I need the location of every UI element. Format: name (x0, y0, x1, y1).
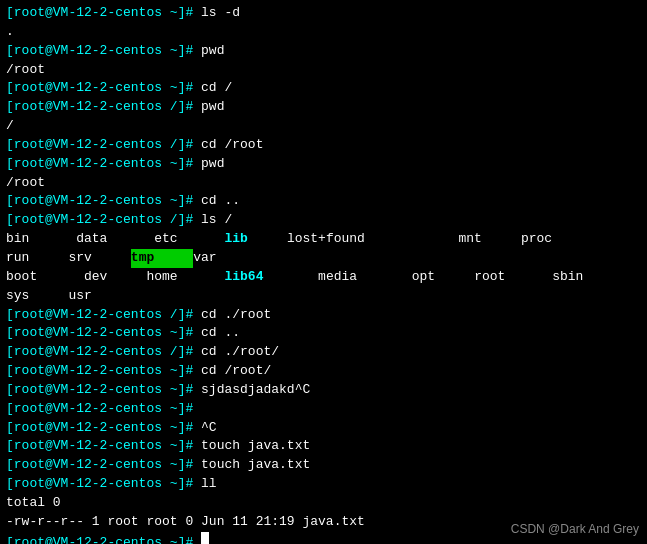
ls-item: sys (6, 287, 68, 306)
watermark: CSDN @Dark And Grey (511, 522, 639, 536)
command: cd /root (201, 136, 263, 155)
terminal-window: [root@VM-12-2-centos ~]# ls -d.[root@VM-… (0, 0, 647, 544)
terminal-line: [root@VM-12-2-centos ~]# pwd (6, 42, 641, 61)
ls-item: boot (6, 268, 84, 287)
command: ^C (201, 419, 217, 438)
terminal-line: [root@VM-12-2-centos /]# pwd (6, 98, 641, 117)
ls-item: mnt (459, 230, 521, 249)
ls-item: run (6, 249, 68, 268)
command: cd / (201, 79, 232, 98)
terminal-line: . (6, 23, 641, 42)
prompt: [root@VM-12-2-centos ~]# (6, 42, 201, 61)
file-listing: -rw-r--r-- 1 root root 0 Jun 11 21:19 ja… (6, 513, 365, 532)
ls-item: var (193, 249, 232, 268)
prompt: [root@VM-12-2-centos ~]# (6, 381, 201, 400)
terminal-line: [root@VM-12-2-centos ~]# sjdasdjadakd^C (6, 381, 641, 400)
cursor (201, 532, 209, 544)
output-text: /root (6, 174, 45, 193)
command: ls / (201, 211, 232, 230)
command: cd .. (201, 192, 240, 211)
prompt: [root@VM-12-2-centos ~]# (6, 155, 201, 174)
command: cd /root/ (201, 362, 271, 381)
ls-item: tmp (131, 249, 193, 268)
ls-item: proc (521, 230, 599, 249)
prompt: [root@VM-12-2-centos /]# (6, 211, 201, 230)
ls-item: lib64 (224, 268, 318, 287)
prompt: [root@VM-12-2-centos /]# (6, 136, 201, 155)
terminal-line: [root@VM-12-2-centos ~]# cd /root/ (6, 362, 641, 381)
output-text: / (6, 117, 14, 136)
prompt: [root@VM-12-2-centos ~]# (6, 400, 201, 419)
ls-item: dev (84, 268, 146, 287)
command: ls -d (201, 4, 240, 23)
command: pwd (201, 98, 224, 117)
terminal-line: bin data etc lib lost+found mnt proc run… (6, 230, 641, 268)
output-text: . (6, 23, 14, 42)
ls-item: opt (412, 268, 474, 287)
terminal-line: [root@VM-12-2-centos ~]# ll (6, 475, 641, 494)
output-text: /root (6, 61, 45, 80)
command: cd ./root (201, 306, 271, 325)
ls-item: home (146, 268, 224, 287)
terminal-line: [root@VM-12-2-centos ~]# cd .. (6, 324, 641, 343)
command: sjdasdjadakd^C (201, 381, 310, 400)
terminal-content: [root@VM-12-2-centos ~]# ls -d.[root@VM-… (6, 4, 641, 544)
ls-item: bin (6, 230, 76, 249)
terminal-line: [root@VM-12-2-centos ~]# ls -d (6, 4, 641, 23)
prompt: [root@VM-12-2-centos ~]# (6, 475, 201, 494)
ls-item: root (474, 268, 552, 287)
terminal-line: [root@VM-12-2-centos ~]# touch java.txt (6, 456, 641, 475)
command: cd ./root/ (201, 343, 279, 362)
terminal-line: /root (6, 174, 641, 193)
ls-item: lib (224, 230, 286, 249)
prompt: [root@VM-12-2-centos /]# (6, 306, 201, 325)
terminal-line: [root@VM-12-2-centos ~]# pwd (6, 155, 641, 174)
terminal-line: [root@VM-12-2-centos /]# ls / (6, 211, 641, 230)
ls-item: srv (68, 249, 130, 268)
terminal-line: [root@VM-12-2-centos ~]# ^C (6, 419, 641, 438)
command: pwd (201, 155, 224, 174)
prompt: [root@VM-12-2-centos ~]# (6, 324, 201, 343)
ls-item: lost+found (287, 230, 459, 249)
terminal-line: boot dev home lib64 media opt root sbin … (6, 268, 641, 306)
ls-item: media (318, 268, 412, 287)
terminal-line: [root@VM-12-2-centos ~]# touch java.txt (6, 437, 641, 456)
prompt: [root@VM-12-2-centos /]# (6, 98, 201, 117)
ls-item: data (76, 230, 154, 249)
ls-item: usr (68, 287, 91, 306)
prompt: [root@VM-12-2-centos ~]# (6, 419, 201, 438)
ls-item: sbin (552, 268, 630, 287)
command: cd .. (201, 324, 240, 343)
terminal-line: [root@VM-12-2-centos /]# cd ./root (6, 306, 641, 325)
prompt: [root@VM-12-2-centos ~]# (6, 4, 201, 23)
prompt: [root@VM-12-2-centos ~]# (6, 534, 201, 544)
prompt: [root@VM-12-2-centos ~]# (6, 437, 201, 456)
prompt: [root@VM-12-2-centos /]# (6, 343, 201, 362)
command: touch java.txt (201, 456, 310, 475)
terminal-line: [root@VM-12-2-centos ~]# (6, 400, 641, 419)
output-text: total 0 (6, 494, 61, 513)
command: ll (201, 475, 217, 494)
terminal-line: /root (6, 61, 641, 80)
prompt: [root@VM-12-2-centos ~]# (6, 192, 201, 211)
prompt: [root@VM-12-2-centos ~]# (6, 456, 201, 475)
ls-item: etc (154, 230, 224, 249)
command: pwd (201, 42, 224, 61)
terminal-line: [root@VM-12-2-centos /]# cd /root (6, 136, 641, 155)
prompt: [root@VM-12-2-centos ~]# (6, 362, 201, 381)
terminal-line: [root@VM-12-2-centos /]# cd ./root/ (6, 343, 641, 362)
terminal-line: total 0 (6, 494, 641, 513)
terminal-line: [root@VM-12-2-centos ~]# cd / (6, 79, 641, 98)
prompt: [root@VM-12-2-centos ~]# (6, 79, 201, 98)
command: touch java.txt (201, 437, 310, 456)
terminal-line: [root@VM-12-2-centos ~]# cd .. (6, 192, 641, 211)
terminal-line: / (6, 117, 641, 136)
